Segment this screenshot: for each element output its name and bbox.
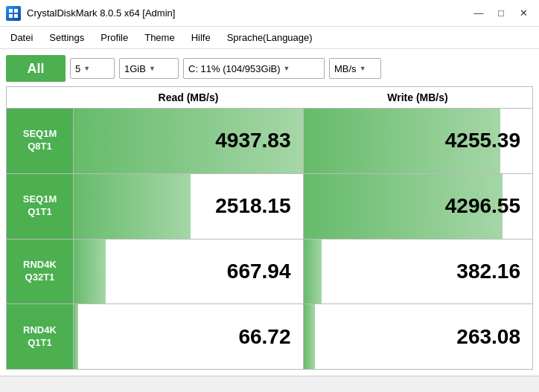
- write-value: 263.08: [456, 325, 520, 349]
- menu-item-sprache-language-[interactable]: Sprache(Language): [220, 29, 320, 46]
- menu-item-datei[interactable]: Datei: [3, 29, 40, 46]
- title-bar: CrystalDiskMark 8.0.5 x64 [Admin] — □ ✕: [0, 0, 539, 27]
- read-value-cell: 2518.15: [74, 174, 304, 239]
- table-header: Read (MB/s) Write (MB/s): [7, 87, 532, 108]
- window-title: CrystalDiskMark 8.0.5 x64 [Admin]: [27, 7, 175, 19]
- unit-dropdown[interactable]: MB/s ▼: [329, 58, 381, 79]
- read-value: 667.94: [227, 260, 291, 283]
- read-value: 2518.15: [215, 194, 290, 218]
- header-read: Read (MB/s): [74, 87, 303, 108]
- table-row: SEQ1MQ8T14937.834255.39: [7, 108, 532, 173]
- read-value-cell: 4937.83: [74, 109, 304, 173]
- write-value: 4296.55: [445, 194, 520, 218]
- svg-rect-2: [9, 14, 13, 18]
- menu-item-theme[interactable]: Theme: [137, 29, 182, 46]
- read-value-cell: 667.94: [74, 240, 304, 304]
- count-dropdown[interactable]: 5 ▼: [70, 58, 115, 79]
- size-dropdown[interactable]: 1GiB ▼: [119, 58, 179, 79]
- status-bar: [0, 376, 539, 392]
- maximize-button[interactable]: □: [491, 6, 511, 21]
- write-value-cell: 4255.39: [304, 109, 533, 173]
- drive-dropdown[interactable]: C: 11% (104/953GiB) ▼: [183, 58, 325, 79]
- table-row: RND4KQ1T166.72263.08: [7, 303, 532, 369]
- row-label: RND4KQ1T1: [7, 304, 74, 369]
- row-label: SEQ1MQ8T1: [7, 109, 74, 173]
- write-value: 4255.39: [445, 129, 520, 152]
- app-icon: [6, 6, 21, 21]
- write-value: 382.16: [456, 260, 520, 283]
- unit-chevron-icon: ▼: [360, 65, 366, 72]
- menu-item-profile[interactable]: Profile: [93, 29, 135, 46]
- size-value: 1GiB: [124, 63, 146, 74]
- table-row: SEQ1MQ1T12518.154296.55: [7, 173, 532, 239]
- svg-rect-3: [14, 14, 18, 18]
- menu-item-hilfe[interactable]: Hilfe: [184, 29, 218, 46]
- row-label: SEQ1MQ1T1: [7, 174, 74, 239]
- write-value-cell: 382.16: [304, 240, 533, 304]
- header-label-cell: [7, 87, 74, 108]
- benchmark-table: Read (MB/s) Write (MB/s) SEQ1MQ8T14937.8…: [6, 86, 533, 370]
- read-value-cell: 66.72: [74, 304, 304, 369]
- svg-rect-1: [14, 9, 18, 13]
- all-button[interactable]: All: [6, 55, 66, 82]
- write-value-cell: 263.08: [304, 304, 533, 369]
- read-value: 4937.83: [215, 129, 290, 152]
- minimize-button[interactable]: —: [469, 6, 488, 21]
- drive-chevron-icon: ▼: [284, 65, 290, 72]
- table-row: RND4KQ32T1667.94382.16: [7, 239, 532, 304]
- close-button[interactable]: ✕: [514, 6, 533, 21]
- unit-value: MB/s: [334, 63, 357, 74]
- count-value: 5: [75, 63, 80, 74]
- title-bar-left: CrystalDiskMark 8.0.5 x64 [Admin]: [6, 6, 175, 21]
- write-value-cell: 4296.55: [304, 174, 533, 239]
- size-chevron-icon: ▼: [149, 65, 156, 72]
- controls-row: All 5 ▼ 1GiB ▼ C: 11% (104/953GiB) ▼ MB/…: [6, 55, 533, 82]
- drive-value: C: 11% (104/953GiB): [188, 63, 281, 74]
- header-write: Write (MB/s): [303, 87, 532, 108]
- svg-rect-0: [9, 9, 13, 13]
- read-value: 66.72: [238, 325, 290, 349]
- main-content: All 5 ▼ 1GiB ▼ C: 11% (104/953GiB) ▼ MB/…: [0, 49, 539, 376]
- menu-item-settings[interactable]: Settings: [42, 29, 92, 46]
- title-bar-controls: — □ ✕: [469, 6, 533, 21]
- menu-bar: DateiSettingsProfileThemeHilfeSprache(La…: [0, 27, 539, 49]
- row-label: RND4KQ32T1: [7, 240, 74, 304]
- count-chevron-icon: ▼: [83, 65, 90, 72]
